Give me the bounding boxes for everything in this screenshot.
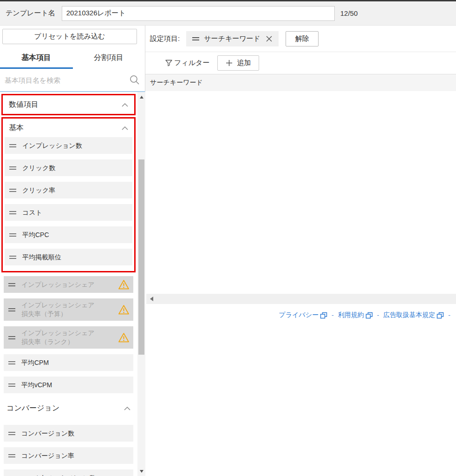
horizontal-scrollbar[interactable] [146, 294, 456, 304]
sidebar-vertical-scrollbar[interactable] [137, 92, 145, 476]
metric-item-label-line: 平均CPC [22, 231, 49, 239]
metric-item-label-line: コンバージョン率 [21, 451, 74, 460]
chevron-up-icon [122, 100, 128, 109]
chevron-up-icon [124, 404, 130, 412]
configured-items-label: 設定項目: [150, 34, 180, 43]
char-counter: 12/50 [340, 9, 358, 17]
drag-handle-icon [8, 361, 15, 364]
metric-item-disabled: インプレッションシェア損失率（予算） [4, 298, 133, 321]
metric-item[interactable]: 平均CPM [4, 354, 133, 371]
section-header-label: 基本 [9, 123, 24, 133]
metric-item-label-line: コスト/コンバージョン数 [21, 474, 96, 476]
external-link-icon [436, 312, 444, 319]
drag-handle-icon [8, 454, 15, 457]
metric-item[interactable]: インプレッション数 [5, 137, 132, 154]
metric-item-label-line: インプレッションシェア [21, 329, 95, 337]
metric-item-label-line: クリック数 [22, 164, 55, 172]
metric-item-label-line: コスト [22, 208, 42, 217]
column-header: サーチキーワード [145, 74, 456, 91]
scroll-up-arrow-icon[interactable] [137, 93, 145, 101]
metric-item-label: コスト [22, 208, 42, 217]
chip-close-icon[interactable] [266, 35, 273, 42]
sidebar-metric-list: 数値項目基本インプレッション数クリック数クリック率コスト平均CPC平均掲載順位イ… [0, 92, 137, 476]
scroll-down-arrow-icon[interactable] [137, 467, 145, 475]
metric-item[interactable]: 平均掲載順位 [5, 249, 132, 265]
footer-link-label: プライバシー [279, 311, 319, 319]
template-name-input[interactable] [62, 6, 335, 21]
metric-item-label: クリック数 [22, 164, 55, 172]
plus-icon [226, 60, 233, 66]
filter-row: フィルター 追加 [145, 52, 456, 74]
metric-item-label-line: 損失率（予算） [21, 310, 95, 318]
tab-split-items[interactable]: 分割項目 [72, 47, 145, 69]
metric-item-label-line: クリック率 [22, 186, 55, 195]
filter-label-wrap: フィルター [165, 59, 209, 67]
metric-item[interactable]: クリック数 [5, 159, 132, 176]
configured-items-row: 設定項目: サーチキーワード 解除 [145, 26, 456, 52]
drag-handle-icon [9, 256, 16, 259]
metric-item-label: インプレッションシェア [21, 280, 95, 289]
scroll-left-arrow-icon[interactable] [150, 297, 153, 301]
section-header-label: 数値項目 [9, 100, 39, 110]
metric-item[interactable]: 平均vCPM [4, 377, 133, 393]
highlight-box: 数値項目 [1, 94, 136, 115]
configured-item-chip[interactable]: サーチキーワード [186, 31, 279, 46]
highlight-box: 基本インプレッション数クリック数クリック率コスト平均CPC平均掲載順位 [1, 117, 136, 272]
drag-handle-icon [8, 283, 15, 286]
metric-item[interactable]: 平均CPC [5, 226, 132, 243]
template-name-bar: テンプレート名 12/50 [0, 0, 456, 26]
add-filter-button[interactable]: 追加 [217, 55, 259, 71]
template-name-label: テンプレート名 [6, 9, 55, 18]
footer-separator: - [377, 311, 379, 319]
release-button[interactable]: 解除 [286, 31, 319, 46]
body-row: プリセットを読み込む 基本項目 分割項目 数値項目基本インプレッション数クリック… [0, 26, 456, 476]
section-header[interactable]: 基本 [4, 119, 133, 137]
drag-handle-icon [9, 166, 16, 170]
footer-link[interactable]: 利用規約 [338, 311, 373, 319]
filter-label: フィルター [174, 59, 209, 67]
load-preset-button[interactable]: プリセットを読み込む [2, 29, 137, 44]
metric-item-label: 平均vCPM [21, 381, 52, 390]
main-panel: 設定項目: サーチキーワード 解除 フィルター [145, 26, 456, 476]
drag-handle-icon [8, 432, 15, 435]
external-link-icon [365, 312, 373, 319]
metric-item[interactable]: コンバージョン率 [4, 447, 133, 464]
metric-item[interactable]: コスト [5, 204, 132, 221]
sidebar-tabs: 基本項目 分割項目 [0, 47, 145, 69]
footer-link-label: 利用規約 [338, 311, 364, 319]
metric-item-label-line: インプレッション数 [22, 141, 82, 150]
metric-item-label: クリック率 [22, 186, 55, 195]
footer-link[interactable]: 広告取扱基本規定 [383, 311, 444, 319]
sidebar-scroll-area: 数値項目基本インプレッション数クリック数クリック率コスト平均CPC平均掲載順位イ… [0, 92, 145, 476]
scrollbar-thumb[interactable] [138, 159, 144, 355]
metric-item-label: 平均掲載順位 [22, 253, 61, 262]
metric-item[interactable]: コンバージョン数 [4, 425, 133, 442]
metric-item-disabled: インプレッションシェア [4, 276, 133, 293]
sidebar: プリセットを読み込む 基本項目 分割項目 数値項目基本インプレッション数クリック… [0, 26, 145, 476]
metric-search-input[interactable] [5, 76, 126, 84]
search-icon[interactable] [129, 74, 140, 86]
metric-item-label: コンバージョン率 [21, 451, 74, 460]
metric-item-label: インプレッションシェア損失率（予算） [21, 301, 95, 318]
metric-item-disabled: インプレッションシェア損失率（ランク） [4, 326, 133, 349]
tab-basic-items[interactable]: 基本項目 [0, 47, 72, 69]
drag-handle-icon [8, 336, 15, 339]
section-header-label: コンバージョン [7, 403, 59, 413]
drag-handle-icon [8, 383, 15, 387]
metric-item[interactable]: クリック率 [5, 182, 132, 198]
footer-separator: - [448, 311, 450, 319]
drag-handle-icon [8, 308, 15, 311]
metric-item-label-line: コンバージョン数 [21, 429, 74, 438]
footer-link-label: 広告取扱基本規定 [383, 311, 435, 319]
section-header[interactable]: コンバージョン [1, 399, 136, 417]
section-header[interactable]: 数値項目 [4, 95, 133, 114]
metric-item-label: 平均CPC [22, 231, 49, 239]
metric-item[interactable]: コスト/コンバージョン数 [4, 469, 133, 476]
drag-handle-icon [9, 144, 16, 147]
metric-item-label-line: 平均CPM [21, 358, 49, 367]
metric-item-label: インプレッションシェア損失率（ランク） [21, 329, 95, 346]
drag-handle-icon [9, 211, 16, 214]
footer-link[interactable]: プライバシー [279, 311, 327, 319]
chevron-up-icon [122, 124, 128, 132]
add-filter-label: 追加 [237, 59, 251, 67]
